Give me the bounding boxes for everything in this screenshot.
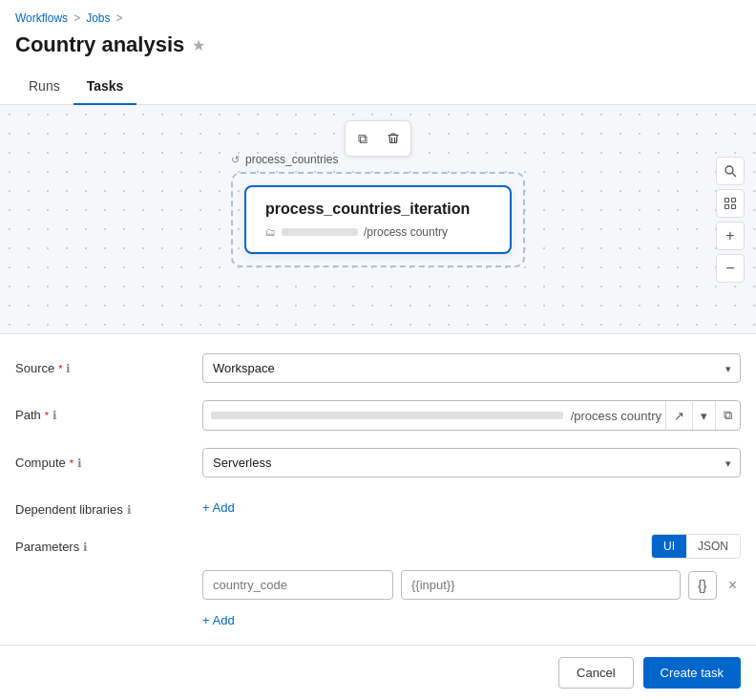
node-path: 🗂 /process country (265, 225, 491, 239)
dependent-libraries-label: Dependent libraries ℹ (15, 495, 187, 517)
params-info-icon[interactable]: ℹ (83, 541, 88, 554)
node-title: process_countries_iteration (265, 201, 491, 218)
source-info-icon[interactable]: ℹ (66, 362, 71, 375)
node-label-text: process_countries (245, 153, 338, 166)
svg-rect-5 (732, 204, 736, 208)
zoom-in-button[interactable]: + (716, 222, 745, 250)
path-label: Path* ℹ (15, 400, 187, 422)
path-copy-button[interactable]: ⧉ (715, 401, 740, 430)
param-value-input[interactable] (401, 570, 681, 600)
source-row: Source* ℹ Workspace Git URL ▾ (15, 353, 741, 383)
create-task-button[interactable]: Create task (643, 657, 741, 689)
path-external-button[interactable]: ↗ (666, 402, 692, 430)
compute-select[interactable]: Serverless Standard High Memory (202, 448, 741, 477)
dep-libs-info-icon[interactable]: ℹ (127, 503, 132, 517)
node-outer-dashed: process_countries_iteration 🗂 /process c… (231, 172, 525, 267)
source-select-wrapper: Workspace Git URL ▾ (202, 353, 741, 383)
fit-view-button[interactable] (716, 189, 745, 218)
breadcrumb-jobs[interactable]: Jobs (86, 11, 110, 25)
svg-rect-2 (725, 198, 729, 202)
toggle-ui-button[interactable]: UI (652, 535, 686, 558)
path-bar (282, 228, 358, 236)
toggle-json-button[interactable]: JSON (686, 535, 740, 558)
breadcrumb-workflows[interactable]: Workflows (15, 11, 68, 25)
tab-runs[interactable]: Runs (15, 69, 74, 105)
zoom-out-button[interactable]: − (716, 254, 745, 283)
tab-tasks[interactable]: Tasks (74, 69, 137, 105)
node-box[interactable]: process_countries_iteration 🗂 /process c… (244, 185, 512, 254)
dependent-libraries-row: Dependent libraries ℹ + Add (15, 495, 741, 517)
delete-node-button[interactable] (380, 125, 407, 152)
parameters-control: UI JSON {} × + Add (202, 534, 741, 627)
compute-info-icon[interactable]: ℹ (77, 456, 82, 470)
node-label: ↺ process_countries (231, 153, 525, 166)
param-key-input[interactable] (202, 570, 393, 600)
param-format-button[interactable]: {} (688, 571, 717, 600)
source-control: Workspace Git URL ▾ (202, 353, 741, 383)
node-container: ↺ process_countries process_countries_it… (231, 153, 525, 267)
parameters-row: Parameters ℹ UI JSON {} × + Add (15, 534, 741, 627)
path-dropdown-button[interactable]: ▾ (692, 402, 715, 430)
path-info-icon[interactable]: ℹ (52, 409, 57, 422)
dependent-libraries-control: + Add (202, 495, 741, 515)
param-row: {} × (202, 570, 741, 600)
path-input-bar (211, 412, 563, 419)
path-control: /process country ↗ ▾ ⧉ (202, 400, 741, 431)
page-title-row: Country analysis ★ (0, 29, 756, 69)
compute-select-wrapper: Serverless Standard High Memory ▾ (202, 448, 741, 477)
node-path-text: /process country (364, 225, 448, 239)
footer: Cancel Create task (0, 645, 756, 700)
path-row: Path* ℹ /process country ↗ ▾ ⧉ (15, 400, 741, 431)
svg-line-1 (733, 173, 736, 176)
page-title: Country analysis (15, 32, 184, 57)
tabs-container: Runs Tasks (0, 69, 756, 105)
folder-icon: 🗂 (265, 226, 276, 238)
path-input-group: /process country ↗ ▾ ⧉ (202, 400, 741, 431)
compute-control: Serverless Standard High Memory ▾ (202, 448, 741, 477)
canvas-side-controls: + − (716, 157, 745, 283)
source-label: Source* ℹ (15, 353, 187, 375)
path-buttons: ↗ ▾ ⧉ (665, 401, 740, 430)
refresh-icon: ↺ (231, 154, 240, 166)
source-select[interactable]: Workspace Git URL (202, 353, 741, 383)
star-icon[interactable]: ★ (192, 36, 205, 54)
svg-rect-4 (725, 204, 729, 208)
svg-point-0 (725, 166, 733, 174)
canvas-area: ⧉ ↺ process_countries process_countries_… (0, 105, 756, 334)
params-header: UI JSON (202, 534, 741, 559)
search-control-button[interactable] (716, 157, 745, 185)
copy-node-button[interactable]: ⧉ (349, 125, 376, 152)
params-toggle: UI JSON (651, 534, 741, 559)
compute-row: Compute* ℹ Serverless Standard High Memo… (15, 448, 741, 477)
param-remove-button[interactable]: × (724, 577, 741, 594)
path-text: /process country (571, 409, 665, 423)
breadcrumb: Workflows > Jobs > (0, 0, 756, 29)
compute-label: Compute* ℹ (15, 448, 187, 470)
svg-rect-3 (732, 198, 736, 202)
cancel-button[interactable]: Cancel (558, 657, 633, 689)
add-parameter-button[interactable]: + Add (202, 607, 741, 627)
parameters-label: Parameters ℹ (15, 534, 187, 554)
canvas-toolbar: ⧉ (345, 120, 411, 157)
add-dependent-library-button[interactable]: + Add (202, 495, 741, 515)
